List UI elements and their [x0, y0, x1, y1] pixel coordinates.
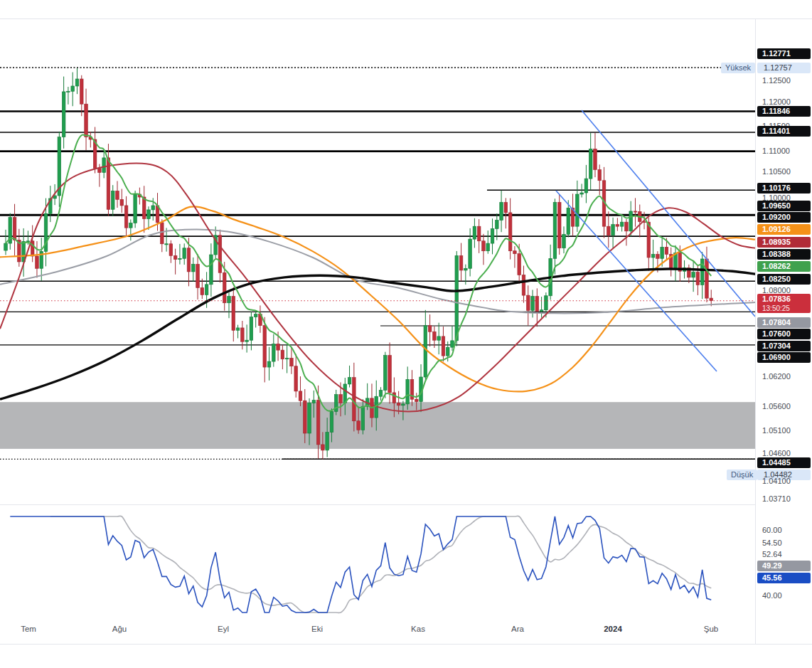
candle-body [142, 197, 146, 219]
candle-body [316, 401, 320, 445]
candle-body [620, 222, 624, 226]
price-level-badge: 1.08388 [757, 249, 811, 260]
candle-body [348, 378, 351, 384]
candle-body [656, 254, 660, 258]
price-chart-canvas[interactable] [0, 0, 812, 668]
candle-body [205, 285, 208, 295]
price-axis[interactable]: 1.12757 1.04482 1.07836 13:50:25 1.12500… [756, 19, 812, 644]
candle-body [357, 421, 360, 430]
time-axis-label-Şub[interactable]: Şub [704, 625, 718, 633]
candle-body [98, 169, 102, 173]
candle-body [339, 395, 343, 403]
candle-body [562, 234, 566, 248]
rsi-value-badge: 45.56 [757, 573, 811, 583]
candle-body [218, 235, 222, 272]
candle-body [281, 350, 284, 359]
candle-body [594, 149, 597, 169]
price-axis-label: 1.11000 [762, 146, 790, 157]
candle-body [651, 254, 655, 258]
candle-body [321, 445, 325, 450]
candle-body [428, 326, 432, 332]
time-axis-label-Kas[interactable]: Kas [411, 625, 425, 633]
price-level-badge: 1.09200 [757, 212, 811, 223]
pane-separator[interactable] [0, 504, 812, 505]
rsi-axis-label: 40.00 [762, 590, 782, 601]
candle-body [75, 79, 79, 86]
sma-slow-orange [0, 206, 755, 391]
candle-body [71, 86, 75, 91]
candle-body [290, 358, 294, 366]
candle-body [545, 296, 548, 310]
candle-body [169, 244, 173, 256]
candle-body [451, 341, 454, 347]
time-axis-label-Eki[interactable]: Eki [311, 625, 323, 633]
candle-body [241, 328, 245, 341]
candle-body [254, 314, 257, 317]
time-axis[interactable]: TemAğuEylEkiKasAra2024Şub [0, 622, 755, 637]
time-axis-label-Eyl[interactable]: Eyl [218, 625, 229, 633]
price-axis-label: 1.08000 [762, 285, 791, 296]
candle-body [62, 92, 65, 137]
rsi-value-badge: 49.29 [757, 561, 811, 571]
candle-body [504, 202, 508, 213]
candle-body [629, 211, 633, 231]
price-level-badge: 1.10176 [757, 183, 811, 193]
candle-body [402, 404, 405, 405]
price-axis-label: 1.04100 [762, 476, 791, 487]
rsi-axis-label: 52.64 [762, 549, 782, 560]
candle-body [299, 391, 302, 401]
chart-window: USD 1.12757 1.04482 1.07836 13:50:25 1.1… [0, 0, 812, 668]
time-axis-label-Ara[interactable]: Ara [511, 625, 524, 633]
price-level-badge: 1.12771 [757, 48, 811, 59]
price-axis-label: 1.03710 [762, 494, 791, 504]
rsi-axis-label: 60.00 [762, 525, 782, 536]
time-axis-label-Tem[interactable]: Tem [21, 625, 36, 633]
rsi-pane[interactable] [10, 516, 711, 613]
candle-countdown: 13:50:25 [762, 304, 811, 313]
candle-body [245, 340, 249, 341]
candle-body [36, 256, 39, 268]
candle-body [464, 268, 468, 270]
time-axis-label-2024[interactable]: 2024 [604, 625, 622, 633]
candle-body [634, 211, 637, 212]
candle-body [183, 248, 186, 259]
descending-trendline[interactable] [582, 110, 755, 317]
price-level-badge: 1.09126 [757, 224, 811, 235]
price-level-badge: 1.08250 [757, 274, 811, 285]
candle-body [459, 255, 463, 270]
candle-body [508, 213, 512, 251]
price-axis-label: 1.10500 [762, 166, 791, 177]
candle-body [388, 355, 392, 392]
candle-body [392, 393, 396, 403]
candle-body [522, 275, 525, 296]
candle-body [4, 243, 8, 250]
price-level-badge: 1.11401 [757, 126, 811, 137]
current-price-badge: 1.07836 13:50:25 [757, 294, 811, 313]
price-level-badge: 1.07304 [757, 341, 811, 351]
high-marker-tag: Yüksek [721, 63, 755, 73]
candle-body [607, 226, 611, 235]
candle-body [111, 191, 114, 209]
candle-body [147, 210, 151, 219]
candle-body [124, 206, 128, 228]
candle-body [277, 344, 280, 351]
candle-body [415, 399, 418, 401]
candle-body [486, 243, 490, 251]
price-level-badge: 1.07600 [757, 329, 811, 339]
candle-body [379, 391, 383, 397]
candle-body [330, 411, 333, 432]
candle-body [173, 255, 177, 259]
candle-body [116, 191, 119, 199]
candle-body [228, 296, 231, 302]
candle-body [557, 202, 561, 248]
candle-body [580, 193, 584, 194]
candle-body [134, 194, 137, 223]
candle-body [361, 406, 365, 430]
time-axis-label-Ağu[interactable]: Ağu [112, 625, 127, 633]
price-level-badge: 1.11846 [757, 106, 811, 117]
top-separator [0, 18, 812, 19]
candle-body [232, 296, 235, 330]
candle-body [473, 226, 476, 239]
candle-body [165, 244, 169, 245]
price-level-badge: 1.08262 [757, 261, 811, 272]
